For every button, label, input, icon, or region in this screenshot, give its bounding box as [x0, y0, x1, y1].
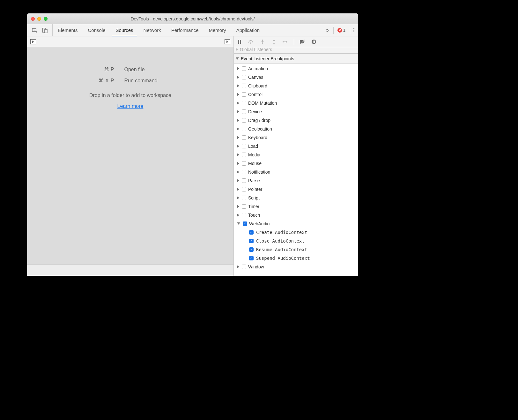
breakpoint-checkbox[interactable]: [249, 247, 254, 252]
inspect-element-icon[interactable]: [32, 27, 38, 33]
category-checkbox[interactable]: [242, 213, 246, 217]
category-checkbox[interactable]: [242, 265, 246, 269]
expand-icon[interactable]: [237, 153, 239, 156]
expand-icon[interactable]: [237, 110, 239, 113]
expand-icon[interactable]: [237, 93, 239, 96]
navigator-toggle-icon[interactable]: [30, 39, 36, 44]
svg-point-14: [312, 40, 316, 44]
breakpoint-category[interactable]: Timer: [234, 202, 358, 211]
expand-icon[interactable]: [237, 205, 239, 208]
category-checkbox[interactable]: [242, 84, 246, 88]
expand-icon[interactable]: [237, 127, 239, 131]
expand-icon[interactable]: [237, 84, 239, 87]
category-checkbox[interactable]: [242, 75, 246, 79]
category-checkbox[interactable]: [242, 187, 246, 191]
breakpoint-item[interactable]: Suspend AudioContext: [234, 254, 358, 262]
step-out-icon[interactable]: [271, 39, 277, 44]
tab-application[interactable]: Application: [231, 24, 265, 36]
step-into-icon[interactable]: [259, 39, 266, 44]
expand-icon[interactable]: [237, 67, 239, 70]
deactivate-breakpoints-icon[interactable]: [299, 40, 306, 44]
category-checkbox[interactable]: [242, 109, 246, 114]
breakpoint-category[interactable]: Load: [234, 142, 358, 150]
expand-icon[interactable]: [237, 162, 239, 165]
minimize-window-button[interactable]: [37, 17, 41, 21]
tab-sources[interactable]: Sources: [111, 24, 138, 36]
category-checkbox[interactable]: [242, 153, 246, 157]
tab-performance[interactable]: Performance: [166, 24, 204, 36]
category-label: Window: [248, 264, 264, 269]
tab-network[interactable]: Network: [138, 24, 166, 36]
category-checkbox[interactable]: [242, 127, 246, 131]
expand-icon[interactable]: [237, 136, 239, 139]
breakpoint-category[interactable]: Drag / drop: [234, 116, 358, 124]
error-badge[interactable]: ✕ 1: [333, 27, 345, 34]
category-checkbox[interactable]: [242, 161, 246, 166]
tab-console[interactable]: Console: [83, 24, 111, 36]
debugger-toggle-icon[interactable]: [225, 39, 230, 44]
close-window-button[interactable]: [31, 17, 35, 21]
category-checkbox[interactable]: [242, 196, 246, 200]
breakpoint-checkbox[interactable]: [249, 239, 254, 243]
breakpoint-category[interactable]: Device: [234, 107, 358, 116]
global-listeners-header[interactable]: Global Listeners: [234, 47, 358, 54]
category-label: DOM Mutation: [248, 101, 277, 106]
breakpoint-category[interactable]: Control: [234, 90, 358, 99]
step-over-icon[interactable]: [248, 40, 254, 44]
pause-icon[interactable]: [236, 40, 243, 44]
category-checkbox[interactable]: [242, 66, 246, 71]
expand-icon[interactable]: [237, 265, 239, 268]
breakpoint-category[interactable]: Window: [234, 262, 358, 271]
tab-elements[interactable]: Elements: [53, 24, 83, 36]
shortcut-label: Run command: [124, 78, 182, 84]
device-toolbar-icon[interactable]: [42, 27, 48, 33]
expand-icon[interactable]: [237, 214, 239, 217]
breakpoint-category[interactable]: Animation: [234, 64, 358, 73]
breakpoint-category[interactable]: Script: [234, 193, 358, 202]
more-tabs-icon[interactable]: »: [326, 27, 329, 34]
collapse-icon[interactable]: [237, 222, 240, 225]
category-checkbox[interactable]: [242, 170, 246, 174]
category-checkbox[interactable]: [242, 204, 246, 209]
breakpoint-category[interactable]: Mouse: [234, 159, 358, 168]
category-checkbox[interactable]: [242, 92, 246, 97]
breakpoint-item[interactable]: Close AudioContext: [234, 236, 358, 245]
breakpoint-checkbox[interactable]: [249, 230, 254, 235]
breakpoint-category[interactable]: Touch: [234, 211, 358, 219]
expand-icon[interactable]: [237, 101, 239, 105]
breakpoint-category[interactable]: Pointer: [234, 185, 358, 193]
breakpoint-category[interactable]: Geolocation: [234, 124, 358, 133]
expand-icon[interactable]: [237, 76, 239, 79]
breakpoint-category[interactable]: Keyboard: [234, 133, 358, 142]
collapse-icon: [236, 57, 239, 60]
settings-menu-icon[interactable]: [350, 27, 354, 34]
breakpoint-checkbox[interactable]: [249, 256, 254, 260]
tab-memory[interactable]: Memory: [204, 24, 231, 36]
expand-icon[interactable]: [237, 145, 239, 148]
expand-icon[interactable]: [237, 170, 239, 174]
breakpoint-category[interactable]: Media: [234, 150, 358, 159]
breakpoint-category[interactable]: Canvas: [234, 73, 358, 81]
category-checkbox[interactable]: [242, 101, 246, 105]
breakpoint-category[interactable]: Clipboard: [234, 81, 358, 90]
category-checkbox[interactable]: [242, 118, 246, 123]
learn-more-link[interactable]: Learn more: [117, 103, 144, 109]
breakpoint-category[interactable]: Parse: [234, 176, 358, 185]
breakpoint-category[interactable]: Notification: [234, 168, 358, 176]
category-checkbox[interactable]: [242, 144, 246, 148]
breakpoint-category[interactable]: DOM Mutation: [234, 99, 358, 107]
breakpoint-item[interactable]: Resume AudioContext: [234, 245, 358, 254]
pause-on-exceptions-icon[interactable]: [311, 39, 317, 44]
expand-icon[interactable]: [237, 196, 239, 199]
breakpoint-item[interactable]: Create AudioContext: [234, 228, 358, 236]
maximize-window-button[interactable]: [44, 17, 48, 21]
event-listener-breakpoints-header[interactable]: Event Listener Breakpoints: [234, 54, 358, 64]
expand-icon[interactable]: [237, 179, 239, 182]
breakpoint-category[interactable]: WebAudio: [234, 219, 358, 228]
category-checkbox[interactable]: [243, 221, 247, 226]
category-checkbox[interactable]: [242, 178, 246, 183]
category-checkbox[interactable]: [242, 135, 246, 140]
step-icon[interactable]: [282, 40, 289, 44]
expand-icon[interactable]: [237, 119, 239, 122]
expand-icon[interactable]: [237, 188, 239, 191]
